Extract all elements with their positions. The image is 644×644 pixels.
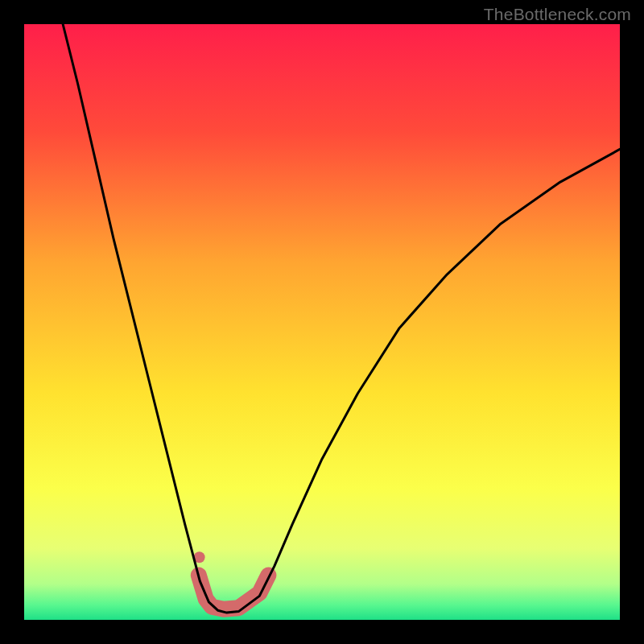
- highlight-band: [199, 576, 269, 609]
- plot-area: [24, 24, 620, 620]
- chart-frame: TheBottleneck.com: [0, 0, 644, 644]
- bottleneck-curve: [63, 24, 620, 613]
- watermark-text: TheBottleneck.com: [484, 5, 631, 24]
- curve-layer: [24, 24, 620, 620]
